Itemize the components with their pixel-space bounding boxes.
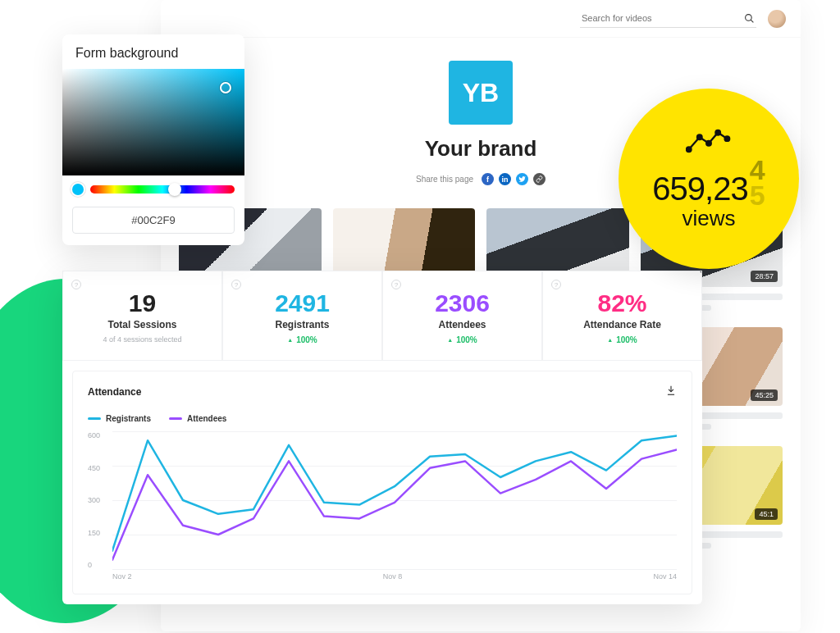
stat-attendance-rate: ? 82% Attendance Rate 100%	[542, 271, 702, 361]
twitter-icon[interactable]	[516, 173, 528, 185]
info-icon[interactable]: ?	[231, 280, 241, 289]
search-input[interactable]	[582, 13, 744, 23]
views-count: 659,23	[652, 171, 747, 207]
search-icon[interactable]	[744, 13, 755, 24]
y-axis-ticks: 600 450 300 150 0	[88, 431, 112, 569]
stat-registrants: ? 2491 Registrants 100%	[222, 271, 382, 361]
avatar[interactable]	[768, 10, 786, 28]
chart-area: 600 450 300 150 0 Nov 2 Nov 8 Nov 14	[88, 431, 677, 587]
svg-point-6	[725, 136, 730, 141]
chart-plot	[112, 431, 677, 569]
stat-value: 19	[71, 289, 213, 317]
video-duration: 45:25	[751, 389, 778, 401]
stat-delta: 100%	[287, 335, 317, 344]
trend-icon	[686, 126, 732, 157]
current-color-swatch	[72, 184, 84, 195]
picker-title: Form background	[62, 34, 244, 69]
stat-sublabel: 4 of 4 sessions selected	[71, 335, 213, 344]
stat-attendees: ? 2306 Attendees 100%	[382, 271, 542, 361]
stat-label: Attendees	[391, 319, 533, 330]
stats-row: ? 19 Total Sessions 4 of 4 sessions sele…	[62, 271, 702, 361]
linkedin-icon[interactable]: in	[499, 173, 511, 185]
chart-legend: Registrants Attendees	[88, 414, 677, 423]
stat-value: 82%	[551, 289, 693, 317]
svg-point-3	[697, 134, 702, 139]
stat-label: Attendance Rate	[551, 319, 693, 330]
brand-logo: YB	[449, 61, 513, 125]
download-icon[interactable]	[665, 385, 677, 399]
views-ticker: 4 5	[750, 157, 765, 207]
stat-value: 2491	[231, 289, 373, 317]
video-duration: 45:1	[755, 508, 778, 520]
svg-point-5	[715, 130, 720, 135]
stat-value: 2306	[391, 289, 533, 317]
stat-sessions: ? 19 Total Sessions 4 of 4 sessions sele…	[62, 271, 222, 361]
stat-delta: 100%	[607, 335, 637, 344]
legend-registrants: Registrants	[88, 414, 151, 423]
svg-line-1	[751, 20, 753, 22]
color-picker-panel: Form background #00C2F9	[62, 34, 244, 245]
brand-header	[161, 0, 801, 38]
info-icon[interactable]: ?	[391, 280, 401, 289]
stat-label: Registrants	[231, 319, 373, 330]
social-icons: f in	[482, 173, 546, 185]
hue-slider-knob[interactable]	[168, 183, 181, 196]
legend-attendees: Attendees	[169, 414, 226, 423]
saturation-field[interactable]	[62, 69, 244, 175]
hue-slider[interactable]	[90, 185, 235, 194]
link-icon[interactable]	[533, 173, 546, 185]
views-badge: 659,23 4 5 views	[619, 89, 799, 269]
info-icon[interactable]: ?	[71, 280, 81, 289]
hex-input[interactable]: #00C2F9	[72, 207, 235, 234]
svg-point-4	[706, 141, 711, 146]
stat-label: Total Sessions	[71, 319, 213, 330]
x-axis-ticks: Nov 2 Nov 8 Nov 14	[112, 572, 677, 587]
facebook-icon[interactable]: f	[482, 173, 494, 185]
views-label: views	[682, 206, 735, 231]
picker-cursor[interactable]	[220, 82, 231, 93]
stat-delta: 100%	[447, 335, 477, 344]
attendance-chart-card: Attendance Registrants Attendees 600 450…	[72, 371, 692, 594]
video-duration: 28:57	[751, 271, 778, 282]
analytics-panel: ? 19 Total Sessions 4 of 4 sessions sele…	[62, 271, 702, 604]
info-icon[interactable]: ?	[551, 280, 561, 289]
svg-point-2	[687, 147, 692, 152]
svg-point-0	[746, 14, 752, 20]
search-input-wrap[interactable]	[580, 10, 756, 28]
share-label: Share this page	[416, 175, 473, 184]
chart-title: Attendance	[88, 386, 141, 398]
